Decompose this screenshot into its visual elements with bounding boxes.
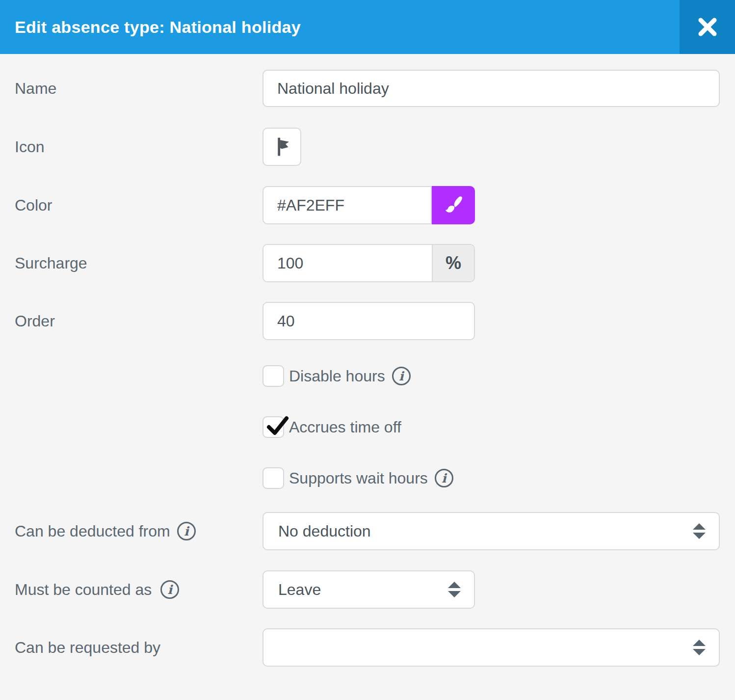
counted-as-info-icon[interactable]: i <box>160 580 179 599</box>
order-input[interactable] <box>262 302 475 340</box>
supports-wait-hours-label: Supports wait hours <box>289 469 428 487</box>
up-down-arrows-icon <box>693 640 706 655</box>
surcharge-input-group: % <box>262 244 475 282</box>
counted-as-row: Must be counted as i Leave <box>15 570 720 609</box>
icon-picker-button[interactable] <box>262 128 301 166</box>
requested-by-select[interactable] <box>262 628 720 667</box>
disable-hours-checkbox[interactable] <box>262 365 284 387</box>
order-row: Order <box>15 302 720 340</box>
surcharge-label: Surcharge <box>15 254 87 272</box>
deducted-from-select[interactable]: No deduction <box>262 512 720 550</box>
color-label: Color <box>15 196 52 215</box>
name-input[interactable] <box>262 70 720 107</box>
edit-absence-type-dialog: Edit absence type: National holiday Name… <box>0 0 735 667</box>
color-row: Color <box>15 186 720 224</box>
paintbrush-icon <box>443 194 464 216</box>
counted-as-value: Leave <box>278 581 321 599</box>
color-hex-input[interactable] <box>262 186 432 224</box>
color-picker-button[interactable] <box>432 186 475 224</box>
deducted-from-label: Can be deducted from <box>15 522 170 540</box>
disable-hours-info-icon[interactable]: i <box>392 367 411 385</box>
disable-hours-row: Disable hours i <box>15 365 720 387</box>
icon-row: Icon <box>15 128 720 166</box>
close-button[interactable] <box>680 0 735 54</box>
accrues-time-off-checkbox[interactable] <box>262 416 284 438</box>
color-input-group <box>262 186 475 224</box>
counted-as-label: Must be counted as <box>15 581 152 599</box>
disable-hours-label: Disable hours <box>289 367 385 385</box>
surcharge-row: Surcharge % <box>15 244 720 282</box>
counted-as-select[interactable]: Leave <box>262 570 475 609</box>
name-row: Name <box>15 70 720 107</box>
accrues-time-off-label: Accrues time off <box>289 418 401 436</box>
dialog-header: Edit absence type: National holiday <box>0 0 735 54</box>
checkmark-icon <box>264 412 290 439</box>
x-icon <box>696 16 719 38</box>
accrues-time-off-row: Accrues time off <box>15 416 720 438</box>
up-down-arrows-icon <box>693 523 706 539</box>
dialog-title: Edit absence type: National holiday <box>0 18 301 37</box>
requested-by-label: Can be requested by <box>15 639 160 657</box>
name-label: Name <box>15 80 56 98</box>
supports-wait-hours-checkbox[interactable] <box>262 467 284 489</box>
supports-wait-hours-row: Supports wait hours i <box>15 467 720 489</box>
up-down-arrows-icon <box>448 582 461 597</box>
supports-wait-hours-info-icon[interactable]: i <box>435 469 453 487</box>
dialog-body: Name Icon Color <box>0 54 735 667</box>
flag-icon <box>274 135 290 158</box>
percent-addon: % <box>432 245 474 281</box>
deducted-from-value: No deduction <box>278 522 371 540</box>
deducted-from-info-icon[interactable]: i <box>177 522 196 540</box>
surcharge-input[interactable] <box>263 245 432 281</box>
order-label: Order <box>15 312 55 330</box>
deducted-from-row: Can be deducted from i No deduction <box>15 512 720 550</box>
requested-by-row: Can be requested by <box>15 628 720 667</box>
icon-label: Icon <box>15 138 44 156</box>
